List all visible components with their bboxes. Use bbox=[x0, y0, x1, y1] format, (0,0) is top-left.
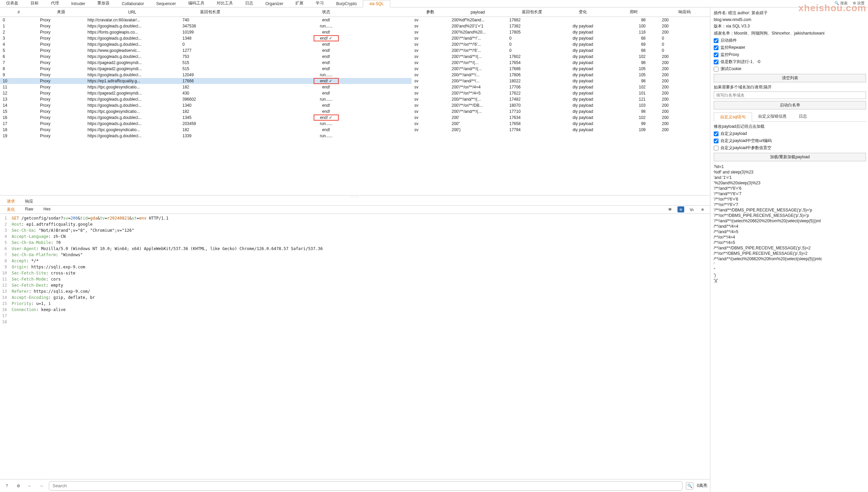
payload-line[interactable]: 'and '1'='1 bbox=[714, 175, 866, 180]
table-row[interactable]: sv200'%20and%20...17805diy payload118200 bbox=[412, 29, 710, 35]
table-row[interactable]: sv200'/**/or/**/'6'...0diy payload690 bbox=[412, 41, 710, 47]
forward-icon[interactable]: → bbox=[37, 482, 45, 490]
payload-line[interactable]: ?id=1 bbox=[714, 164, 866, 169]
search-input[interactable] bbox=[49, 481, 683, 491]
table-row[interactable]: 13Proxyhttps://googleads.g.doublecl...39… bbox=[0, 96, 412, 102]
main-tab-2[interactable]: 代理 bbox=[45, 0, 65, 7]
table-row[interactable]: 5Proxyhttps://www.googleadservic...1277e… bbox=[0, 47, 412, 54]
code-content[interactable]: GET /getconfig/sodar?sv=200&tid=gda&tv=r… bbox=[9, 214, 326, 479]
payload-line[interactable]: /**/and/**/4=5 bbox=[714, 229, 866, 234]
plugin-tab-1[interactable]: 自定义报错信息 bbox=[752, 112, 793, 121]
payload-line[interactable]: '/**/and/**/DBMS_PIPE.RECEIVE_MESSAGE('p… bbox=[714, 207, 866, 213]
main-tab-9[interactable]: 日志 bbox=[239, 0, 259, 7]
payload-line[interactable]: /**/or/**/DBMS_PIPE.RECEIVE_MESSAGE('p',… bbox=[714, 251, 866, 256]
subtab-1[interactable]: 响应 bbox=[25, 199, 33, 204]
table-row[interactable]: sv200/**/and/**/...18022diy payload98200 bbox=[412, 78, 710, 84]
table-row[interactable]: 18Proxyhttps://tpc.googlesyndicatio...18… bbox=[0, 127, 412, 133]
payload-line[interactable]: '/**/or/**/'6'='7 bbox=[714, 202, 866, 207]
chk-cookie[interactable] bbox=[714, 67, 718, 71]
main-tab-14[interactable]: xia SQL bbox=[363, 0, 390, 7]
table-row[interactable]: 11Proxyhttps://tpc.googlesyndicatio...18… bbox=[0, 84, 412, 90]
requests-table[interactable]: #来源URL返回包长度状态 0Proxyhttp://cravatar.cn:8… bbox=[0, 7, 412, 139]
payload-list[interactable]: ?id=1%df' and sleep(3)%23'and '1'='1'%20… bbox=[714, 163, 866, 492]
table-row[interactable]: 7Proxyhttps://pagead2.googlesyndi...515e… bbox=[0, 60, 412, 66]
subtab-0[interactable]: 请求 bbox=[7, 199, 15, 204]
main-tab-6[interactable]: Sequencer bbox=[150, 0, 182, 7]
payload-line[interactable]: '/**/and/**/(select%206620%20from%20(sel… bbox=[714, 218, 866, 224]
table-row[interactable]: 4Proxyhttps://googleads.g.doublecl...0en… bbox=[0, 41, 412, 47]
table-row[interactable]: 12Proxyhttps://pagead2.googlesyndi...430… bbox=[0, 90, 412, 96]
chk-urlencode-space[interactable] bbox=[714, 139, 718, 143]
main-tab-12[interactable]: 学习 bbox=[310, 0, 330, 7]
whitelist-input[interactable] bbox=[714, 91, 866, 99]
main-tab-0[interactable]: 仪表盘 bbox=[0, 0, 24, 7]
payload-line[interactable]: /**/or/**/4=5 bbox=[714, 240, 866, 245]
toggle-visibility-icon[interactable]: 👁 bbox=[667, 206, 673, 212]
table-row[interactable]: 2Proxyhttps://fonts.googleapis.co...1019… bbox=[0, 29, 412, 35]
payload-line[interactable]: '/**/or/**/'6'='6 bbox=[714, 197, 866, 202]
main-tab-8[interactable]: 对比工具 bbox=[211, 0, 239, 7]
gear-icon[interactable]: ⚙ bbox=[14, 482, 22, 490]
chk-proxy[interactable] bbox=[714, 53, 718, 57]
chk-repeater[interactable] bbox=[714, 45, 718, 50]
table-row[interactable]: sv200'/**/or/**/(...17654diy payload9820… bbox=[412, 60, 710, 66]
plugin-tab-0[interactable]: 自定义sql语句 bbox=[714, 112, 752, 122]
table-row[interactable]: 15Proxyhttps://tpc.googlesyndicatio...18… bbox=[0, 108, 412, 115]
main-tab-5[interactable]: Collaborator bbox=[116, 0, 150, 7]
view-tab-2[interactable]: Hex bbox=[43, 207, 51, 212]
main-tab-1[interactable]: 目标 bbox=[24, 0, 45, 7]
payload-line[interactable]: '%20and%20sleep(3)%23 bbox=[714, 180, 866, 186]
table-row[interactable]: sv200''17658diy payload99200 bbox=[412, 121, 710, 127]
table-row[interactable]: 1Proxyhttps://googleads.g.doublecl...347… bbox=[0, 23, 412, 29]
table-row[interactable]: sv200'and%20'1'='117382diy payload100200 bbox=[412, 23, 710, 29]
table-row[interactable]: sv200'17634diy payload102200 bbox=[412, 115, 710, 121]
payload-line[interactable]: ' bbox=[714, 262, 866, 267]
payload-line[interactable]: /**/and/**/4=4 bbox=[714, 224, 866, 229]
table-row[interactable]: sv200'/**/or/**/4=417706diy payload10220… bbox=[412, 84, 710, 90]
plugin-tab-2[interactable]: 日志 bbox=[793, 112, 813, 121]
main-tab-4[interactable]: 重放器 bbox=[91, 0, 116, 7]
clear-list-button[interactable]: 清空列表 bbox=[714, 74, 866, 82]
chk-empty-value[interactable] bbox=[714, 146, 718, 150]
table-row[interactable]: 3Proxyhttps://googleads.g.doublecl...134… bbox=[0, 35, 412, 41]
main-tab-3[interactable]: Intruder bbox=[65, 0, 91, 7]
table-row[interactable]: 14Proxyhttps://googleads.g.doublecl...13… bbox=[0, 102, 412, 108]
payload-line[interactable]: '/**/and/**/'6'='6 bbox=[714, 186, 866, 191]
payload-line[interactable]: %df' and sleep(3)%23 bbox=[714, 169, 866, 175]
table-row[interactable]: 9Proxyhttps://googleads.g.doublecl...120… bbox=[0, 72, 412, 78]
payload-line[interactable]: '' bbox=[714, 267, 866, 272]
main-tab-13[interactable]: BurpCrypto bbox=[330, 0, 363, 7]
table-row[interactable]: 10Proxyhttps://ep1.adtrafficquality.g...… bbox=[0, 78, 412, 84]
payload-line[interactable]: /**/and/**/(select%206620%20from%20(sele… bbox=[714, 256, 866, 262]
payload-line[interactable]: ')(' bbox=[714, 278, 866, 283]
payload-line[interactable]: ') bbox=[714, 272, 866, 278]
enable-whitelist-button[interactable]: 启动白名单 bbox=[714, 101, 866, 109]
table-row[interactable]: 19Proxyhttps://googleads.g.doublecl...13… bbox=[0, 133, 412, 139]
table-row[interactable]: 8Proxyhttps://pagead2.googlesyndi...515e… bbox=[0, 66, 412, 72]
help-icon[interactable]: ? bbox=[3, 482, 11, 490]
http-editor[interactable]: 123456789101112131415161718 GET /getconf… bbox=[0, 214, 710, 479]
payload-line[interactable]: /**/and/**/DBMS_PIPE.RECEIVE_MESSAGE('p'… bbox=[714, 245, 866, 251]
view-tab-0[interactable]: 美化 bbox=[7, 207, 15, 212]
payload-line[interactable] bbox=[714, 283, 866, 284]
newline-icon[interactable]: \n bbox=[688, 206, 695, 212]
main-tab-7[interactable]: 编码工具 bbox=[182, 0, 211, 7]
table-row[interactable]: 16Proxyhttps://googleads.g.doublecl...13… bbox=[0, 115, 412, 121]
payload-line[interactable]: '/**/or/**/DBMS_PIPE.RECEIVE_MESSAGE('p'… bbox=[714, 213, 866, 218]
table-row[interactable]: sv200'/**/and/**/(...17602diy payload102… bbox=[412, 54, 710, 60]
table-row[interactable]: sv200%df'%20and...1788298200 bbox=[412, 17, 710, 23]
table-row[interactable]: sv200'/**/or/**/DB...18070diy payload103… bbox=[412, 102, 710, 108]
table-row[interactable]: sv200'/**/and/**/(...17710diy payload982… bbox=[412, 108, 710, 115]
table-row[interactable]: sv200/**/and/**/(...17482diy payload1212… bbox=[412, 96, 710, 102]
payload-line[interactable]: '/**/and/**/'6'='7 bbox=[714, 191, 866, 197]
table-row[interactable]: sv200')17794diy payload109200 bbox=[412, 127, 710, 133]
table-row[interactable]: sv200'/**/or/**/4=517622diy payload10120… bbox=[412, 90, 710, 96]
main-tab-11[interactable]: 扩展 bbox=[289, 0, 310, 7]
view-tab-1[interactable]: Raw bbox=[25, 207, 33, 212]
wrap-icon[interactable]: ≡ bbox=[677, 206, 684, 212]
main-tab-10[interactable]: Organizer bbox=[259, 0, 290, 7]
table-row[interactable]: 17Proxyhttps://googleads.g.doublecl...20… bbox=[0, 121, 412, 127]
search-icon[interactable]: 🔍 bbox=[686, 482, 693, 490]
table-row[interactable]: sv200'/**/and/**/'...0diy payload680 bbox=[412, 35, 710, 41]
table-row[interactable]: 0Proxyhttp://cravatar.cn:80/avatar/...74… bbox=[0, 17, 412, 23]
